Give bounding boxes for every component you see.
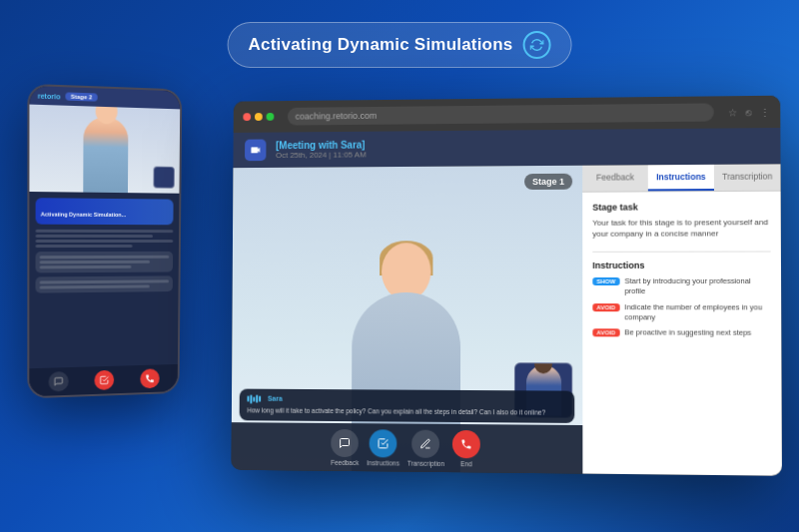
phone-bottom-bar bbox=[29, 364, 178, 396]
panel-tabs: Feedback Instructions Transcription bbox=[582, 164, 780, 192]
header-title-bar: Activating Dynamic Simulations bbox=[228, 22, 572, 68]
url-text: coaching.retorio.com bbox=[296, 111, 378, 122]
divider bbox=[592, 252, 770, 253]
instruction-text-1: Start by introducing your professional p… bbox=[624, 276, 770, 296]
instruction-item-1: SHOW Start by introducing your professio… bbox=[592, 276, 770, 296]
sync-icon bbox=[522, 31, 550, 59]
phone-text-line bbox=[40, 284, 151, 288]
close-window-button[interactable] bbox=[243, 113, 251, 121]
instructions-control[interactable]: Instructions bbox=[367, 429, 400, 466]
phone-activating-text: Activating Dynamic Simulation... bbox=[41, 211, 126, 218]
phone-bubble-2 bbox=[36, 275, 173, 292]
meeting-toolbar: [Meeting with Sara] Oct 25th, 2024 | 11:… bbox=[233, 128, 780, 168]
stage-task-title: Stage task bbox=[592, 202, 770, 213]
instruction-item-2: AVOID Indicate the number of employees i… bbox=[592, 302, 771, 322]
browser-nav-icons: ☆ ⎋ ⋮ bbox=[728, 106, 770, 118]
instruction-text-2: Indicate the number of employees in you … bbox=[624, 302, 771, 322]
end-call-control[interactable]: End bbox=[452, 429, 480, 466]
feedback-label: Feedback bbox=[331, 458, 359, 465]
phone-screen: retorio Stage 2 Activating Dynamic Simul… bbox=[29, 86, 180, 396]
minimize-window-button[interactable] bbox=[255, 113, 263, 121]
browser-mockup: coaching.retorio.com ☆ ⎋ ⋮ [Meeting with… bbox=[232, 96, 782, 476]
phone-avatar-head bbox=[95, 105, 117, 125]
phone-small-avatar bbox=[153, 167, 174, 189]
phone-text-line bbox=[36, 235, 154, 238]
show-badge: SHOW bbox=[592, 277, 619, 285]
wave-bar bbox=[259, 396, 261, 402]
transcription-control[interactable]: Transcription bbox=[407, 429, 444, 466]
maximize-window-button[interactable] bbox=[267, 113, 275, 121]
meeting-icon bbox=[245, 139, 266, 161]
instruction-text-3: Be proactive in suggesting next steps bbox=[624, 328, 751, 338]
tab-feedback[interactable]: Feedback bbox=[582, 165, 648, 191]
phone-mockup: retorio Stage 2 Activating Dynamic Simul… bbox=[27, 84, 182, 399]
url-bar[interactable]: coaching.retorio.com bbox=[288, 103, 714, 125]
video-controls: Feedback Instructions bbox=[232, 422, 583, 473]
instruction-item-3: AVOID Be proactive in suggesting next st… bbox=[592, 328, 771, 338]
end-call-label: End bbox=[460, 460, 472, 467]
end-call-btn-circle[interactable] bbox=[452, 429, 480, 457]
speaker-name: Sara bbox=[247, 394, 566, 405]
phone-bubble-lines-2 bbox=[40, 279, 169, 288]
phone-feedback-icon[interactable] bbox=[49, 371, 69, 392]
phone-bubble bbox=[36, 252, 174, 273]
phone-content-area: Activating Dynamic Simulation... bbox=[29, 192, 179, 368]
page-title: Activating Dynamic Simulations bbox=[249, 35, 513, 55]
phone-avatar-figure bbox=[83, 117, 128, 194]
phone-activating-badge: Activating Dynamic Simulation... bbox=[36, 198, 174, 225]
wave-bar bbox=[250, 394, 252, 403]
phone-avatar-section bbox=[29, 105, 180, 194]
panel-content: Stage task Your task for this stage is t… bbox=[582, 192, 782, 476]
phone-text-line bbox=[40, 261, 151, 265]
voice-transcript-text: How long will it take to activate the po… bbox=[247, 406, 566, 417]
wave-bar bbox=[248, 396, 250, 402]
browser-main-content: Stage 1 Sara bbox=[232, 164, 782, 475]
browser-window-controls bbox=[243, 113, 274, 121]
phone-text-line bbox=[40, 266, 132, 269]
more-icon: ⋮ bbox=[760, 106, 770, 117]
instructions-label: Instructions bbox=[367, 459, 400, 466]
browser-titlebar: coaching.retorio.com ☆ ⎋ ⋮ bbox=[234, 96, 781, 133]
share-icon: ⎋ bbox=[745, 107, 751, 118]
tab-instructions[interactable]: Instructions bbox=[648, 165, 714, 192]
stage-badge: Stage 1 bbox=[524, 174, 572, 190]
wave-bar bbox=[253, 396, 255, 401]
phone-logo: retorio bbox=[38, 92, 61, 100]
voice-waves bbox=[247, 394, 261, 403]
voice-transcript-bar: Sara How long will it take to activate t… bbox=[240, 388, 575, 423]
phone-text-line bbox=[40, 256, 170, 259]
self-preview-head bbox=[534, 362, 552, 373]
phone-end-icon[interactable] bbox=[140, 368, 159, 388]
video-section: Stage 1 Sara bbox=[232, 166, 583, 474]
phone-text-line bbox=[36, 230, 174, 233]
right-panel: Feedback Instructions Transcription Stag… bbox=[582, 164, 782, 475]
stage-task-description: Your task for this stage is to present y… bbox=[592, 217, 770, 240]
tab-transcription[interactable]: Transcription bbox=[714, 164, 781, 191]
avoid-badge-2: AVOID bbox=[592, 329, 619, 337]
avoid-badge-1: AVOID bbox=[592, 303, 619, 311]
bookmark-icon: ☆ bbox=[728, 107, 737, 118]
phone-stage-badge: Stage 2 bbox=[66, 92, 98, 101]
phone-bubble-lines bbox=[40, 256, 170, 269]
phone-text-line bbox=[36, 245, 133, 248]
wave-bar bbox=[256, 395, 258, 403]
phone-instructions-icon[interactable] bbox=[95, 370, 115, 390]
transcription-label: Transcription bbox=[407, 459, 444, 466]
phone-text-line bbox=[36, 240, 174, 243]
feedback-btn-circle[interactable] bbox=[331, 428, 359, 456]
meeting-title: [Meeting with Sara] bbox=[276, 140, 367, 152]
feedback-control[interactable]: Feedback bbox=[331, 428, 359, 465]
phone-text-line bbox=[40, 279, 169, 283]
meeting-info: [Meeting with Sara] Oct 25th, 2024 | 11:… bbox=[276, 140, 367, 160]
meeting-date: Oct 25th, 2024 | 11:05 AM bbox=[276, 150, 367, 160]
transcription-btn-circle[interactable] bbox=[412, 429, 440, 457]
instructions-btn-circle[interactable] bbox=[370, 429, 398, 457]
phone-text-lines bbox=[36, 230, 174, 248]
instructions-title: Instructions bbox=[592, 261, 770, 270]
